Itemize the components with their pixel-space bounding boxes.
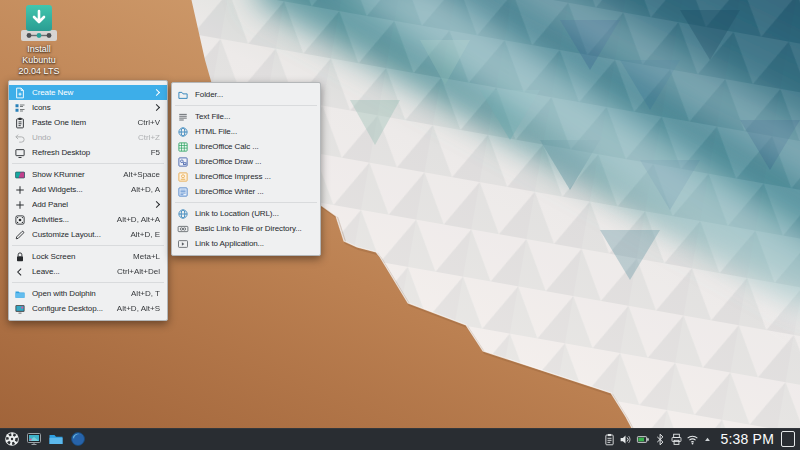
menu-item-label: Undo bbox=[32, 133, 128, 142]
volume-icon[interactable] bbox=[619, 433, 632, 446]
menu-separator bbox=[175, 202, 317, 203]
plus-icon bbox=[14, 199, 26, 211]
menu-item-refresh-desktop[interactable]: Refresh Desktop F5 bbox=[9, 145, 167, 160]
menu-item-paste-one-item[interactable]: Paste One Item Ctrl+V bbox=[9, 115, 167, 130]
menu-item-label: Customize Layout... bbox=[32, 230, 120, 239]
desktop-context-menu: Create New Icons Paste One Item Ctrl+V U… bbox=[8, 80, 168, 321]
menu-item-shortcut: Meta+L bbox=[133, 252, 160, 261]
menu-item-label: Basic Link to File or Directory... bbox=[195, 224, 313, 233]
menu-item-label: Leave... bbox=[32, 267, 107, 276]
menu-item-lock-screen[interactable]: Lock Screen Meta+L bbox=[9, 249, 167, 264]
globe-icon bbox=[177, 208, 189, 220]
menu-item-customize-layout[interactable]: Customize Layout... Alt+D, E bbox=[9, 227, 167, 242]
submenu-item-text-file[interactable]: Text File... bbox=[172, 109, 320, 124]
menu-item-label: Show KRunner bbox=[32, 170, 113, 179]
edit-pencil-icon bbox=[14, 229, 26, 241]
printer-icon[interactable] bbox=[670, 433, 683, 446]
menu-item-label: HTML File... bbox=[195, 127, 313, 136]
submenu-item-libreoffice-impress[interactable]: LibreOffice Impress ... bbox=[172, 169, 320, 184]
clipboard-tray-icon[interactable] bbox=[603, 433, 616, 446]
menu-item-configure-desktop[interactable]: Configure Desktop... Alt+D, Alt+S bbox=[9, 301, 167, 316]
lock-icon bbox=[14, 251, 26, 263]
refresh-icon bbox=[14, 147, 26, 159]
menu-item-label: Icons bbox=[32, 103, 146, 112]
show-desktop-widget[interactable] bbox=[781, 431, 795, 447]
bluetooth-icon[interactable] bbox=[654, 433, 667, 446]
network-wifi-icon[interactable] bbox=[686, 433, 699, 446]
clipboard-icon bbox=[14, 117, 26, 129]
menu-item-label: Link to Location (URL)... bbox=[195, 209, 313, 218]
menu-item-shortcut: Alt+D, Alt+S bbox=[117, 304, 160, 313]
submenu-item-folder[interactable]: Folder... bbox=[172, 87, 320, 102]
undo-icon bbox=[14, 132, 26, 144]
dolphin-folder-icon bbox=[14, 288, 26, 300]
libreoffice-calc-icon bbox=[177, 141, 189, 153]
menu-item-add-widgets[interactable]: Add Widgets... Alt+D, A bbox=[9, 182, 167, 197]
menu-item-label: LibreOffice Draw ... bbox=[195, 157, 313, 166]
firefox-browser-icon[interactable] bbox=[70, 431, 86, 447]
submenu-item-libreoffice-writer[interactable]: LibreOffice Writer ... bbox=[172, 184, 320, 199]
menu-item-label: Configure Desktop... bbox=[32, 304, 107, 313]
menu-item-shortcut: Alt+D, Alt+A bbox=[117, 215, 160, 224]
krunner-icon bbox=[14, 169, 26, 181]
menu-item-label: Add Panel bbox=[32, 200, 146, 209]
menu-item-label: LibreOffice Calc ... bbox=[195, 142, 313, 151]
menu-item-open-with-dolphin[interactable]: Open with Dolphin Alt+D, T bbox=[9, 286, 167, 301]
menu-item-label: Refresh Desktop bbox=[32, 148, 141, 157]
system-tray bbox=[603, 433, 713, 446]
clock[interactable]: 5:38 PM bbox=[720, 431, 774, 447]
submenu-item-link-to-application[interactable]: Link to Application... bbox=[172, 236, 320, 251]
create-new-submenu: Folder... Text File... HTML File... Libr… bbox=[171, 82, 321, 256]
menu-separator bbox=[175, 105, 317, 106]
submenu-arrow-icon bbox=[153, 201, 160, 208]
submenu-item-html-file[interactable]: HTML File... bbox=[172, 124, 320, 139]
installer-icon bbox=[17, 4, 61, 44]
html-globe-icon bbox=[177, 126, 189, 138]
submenu-item-libreoffice-draw[interactable]: LibreOffice Draw ... bbox=[172, 154, 320, 169]
expand-tray-icon[interactable] bbox=[702, 433, 713, 446]
submenu-item-libreoffice-calc[interactable]: LibreOffice Calc ... bbox=[172, 139, 320, 154]
submenu-item-link-to-location[interactable]: Link to Location (URL)... bbox=[172, 206, 320, 221]
menu-item-activities[interactable]: Activities... Alt+D, Alt+A bbox=[9, 212, 167, 227]
battery-icon[interactable] bbox=[635, 433, 651, 446]
menu-item-shortcut: Alt+Space bbox=[123, 170, 160, 179]
menu-separator bbox=[12, 245, 164, 246]
menu-item-label: Text File... bbox=[195, 112, 313, 121]
menu-separator bbox=[12, 282, 164, 283]
menu-item-shortcut: F5 bbox=[151, 148, 160, 157]
taskbar: 5:38 PM bbox=[0, 428, 800, 450]
submenu-arrow-icon bbox=[153, 104, 160, 111]
menu-item-show-krunner[interactable]: Show KRunner Alt+Space bbox=[9, 167, 167, 182]
menu-item-label: Create New bbox=[32, 88, 146, 97]
libreoffice-impress-icon bbox=[177, 171, 189, 183]
menu-item-leave[interactable]: Leave... Ctrl+Alt+Del bbox=[9, 264, 167, 279]
system-settings-icon[interactable] bbox=[26, 431, 42, 447]
menu-item-icons[interactable]: Icons bbox=[9, 100, 167, 115]
menu-item-create-new[interactable]: Create New bbox=[9, 85, 167, 100]
leave-icon bbox=[14, 266, 26, 278]
menu-item-shortcut: Alt+D, E bbox=[130, 230, 160, 239]
application-launcher-icon[interactable] bbox=[4, 431, 20, 447]
menu-item-shortcut: Alt+D, A bbox=[131, 185, 160, 194]
desktop-icon-label-line1: Install Kubuntu bbox=[10, 44, 68, 66]
libreoffice-draw-icon bbox=[177, 156, 189, 168]
taskbar-launchers bbox=[0, 431, 86, 447]
dolphin-file-manager-icon[interactable] bbox=[48, 431, 64, 447]
desktop-icon-install-kubuntu[interactable]: Install Kubuntu 20.04 LTS bbox=[10, 4, 68, 77]
submenu-item-basic-link[interactable]: Basic Link to File or Directory... bbox=[172, 221, 320, 236]
menu-item-add-panel[interactable]: Add Panel bbox=[9, 197, 167, 212]
libreoffice-writer-icon bbox=[177, 186, 189, 198]
folder-icon bbox=[177, 89, 189, 101]
menu-item-label: Folder... bbox=[195, 90, 313, 99]
text-file-icon bbox=[177, 111, 189, 123]
menu-item-shortcut: Ctrl+Alt+Del bbox=[117, 267, 160, 276]
basic-link-icon bbox=[177, 223, 189, 235]
menu-item-shortcut: Ctrl+V bbox=[138, 118, 160, 127]
menu-item-label: Link to Application... bbox=[195, 239, 313, 248]
menu-item-label: Lock Screen bbox=[32, 252, 123, 261]
menu-item-shortcut: Ctrl+Z bbox=[138, 133, 160, 142]
configure-desktop-icon bbox=[14, 303, 26, 315]
activities-icon bbox=[14, 214, 26, 226]
document-new-icon bbox=[14, 87, 26, 99]
menu-item-label: LibreOffice Impress ... bbox=[195, 172, 313, 181]
